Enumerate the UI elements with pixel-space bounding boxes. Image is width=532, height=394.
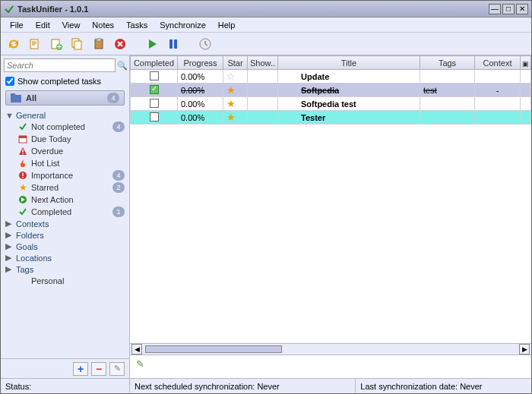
column-title[interactable]: Title <box>278 56 420 70</box>
cell-show <box>248 84 278 97</box>
menu-file[interactable]: File <box>4 19 30 31</box>
sidebar-item-all[interactable]: All 4 <box>5 90 125 106</box>
delete-button[interactable] <box>112 36 128 52</box>
tree-leaf-importance[interactable]: Importance4 <box>1 169 129 181</box>
show-completed-label: Show completed tasks <box>17 77 101 86</box>
tree-leaf-completed[interactable]: Completed1 <box>1 206 129 218</box>
svg-rect-10 <box>174 39 177 49</box>
task-grid: CompletedProgressStarShow..TitleTagsCont… <box>130 55 531 125</box>
tree-node-tags[interactable]: ▶Tags <box>1 263 129 275</box>
completed-checkbox[interactable] <box>150 112 159 121</box>
table-row[interactable]: 0.00%★Softpediatest- <box>131 84 531 97</box>
tree-node-folders[interactable]: ▶Folders <box>1 229 129 241</box>
tree-node-general[interactable]: ▼General <box>1 110 129 121</box>
star-icon: ★ <box>17 182 28 193</box>
scroll-right-icon[interactable]: ▶ <box>519 344 530 355</box>
pencil-icon: ✎ <box>136 358 144 370</box>
cell-context: - <box>475 84 521 97</box>
tree-node-contexts[interactable]: ▶Contexts <box>1 218 129 229</box>
tree-node-locations[interactable]: ▶Locations <box>1 252 129 263</box>
scroll-left-icon[interactable]: ◀ <box>131 344 142 355</box>
menu-notes[interactable]: Notes <box>86 19 120 31</box>
tree-leaf-overdue[interactable]: Overdue <box>1 145 129 157</box>
cell-title: Tester <box>278 111 420 125</box>
svg-rect-9 <box>169 39 173 49</box>
cell-title: Softpedia <box>278 84 420 97</box>
completed-checkbox[interactable] <box>150 71 159 80</box>
expand-icon: ▶ <box>5 253 13 263</box>
flame-icon <box>17 158 28 169</box>
schedule-button[interactable] <box>197 36 214 52</box>
minimize-button[interactable]: — <box>489 4 501 14</box>
tree-leaf-starred[interactable]: ★Starred2 <box>1 181 129 194</box>
expand-icon: ▶ <box>5 219 13 229</box>
column-star[interactable]: Star <box>223 56 248 70</box>
new-note-button[interactable] <box>27 36 43 52</box>
search-input[interactable] <box>4 58 116 72</box>
toolbar: + <box>1 33 531 55</box>
cell-star[interactable]: ☆ <box>223 70 248 84</box>
cell-show <box>248 70 278 84</box>
add-button[interactable]: + <box>73 362 88 376</box>
count-badge: 1 <box>112 206 125 217</box>
check-green-icon <box>17 121 28 132</box>
menu-tasks[interactable]: Tasks <box>120 19 154 31</box>
column-scroll-spacer: ▣ <box>521 56 531 70</box>
expand-icon: ▼ <box>5 111 13 120</box>
tree-leaf-personal[interactable]: Personal <box>1 275 129 287</box>
duplicate-button[interactable] <box>69 36 86 52</box>
show-completed-row[interactable]: Show completed tasks <box>1 75 129 87</box>
play-button[interactable] <box>144 36 160 52</box>
cell-star[interactable]: ★ <box>223 97 248 111</box>
cell-end <box>521 97 531 111</box>
expand-icon: ▶ <box>5 264 13 274</box>
close-button[interactable]: ✕ <box>516 4 528 14</box>
column-tags[interactable]: Tags <box>420 56 475 70</box>
menubar: FileEditViewNotesTasksSynchronizeHelp <box>1 17 531 33</box>
svg-rect-13 <box>11 93 15 96</box>
cell-tags <box>420 70 475 84</box>
tree-leaf-not-completed[interactable]: Not completed4 <box>1 121 129 133</box>
menu-view[interactable]: View <box>56 19 87 31</box>
cell-star[interactable]: ★ <box>223 84 248 97</box>
svg-rect-5 <box>74 41 81 49</box>
edit-button[interactable]: ✎ <box>109 362 125 376</box>
tree-leaf-next-action[interactable]: Next Action <box>1 194 129 206</box>
all-label: All <box>26 93 103 102</box>
maximize-button[interactable]: □ <box>502 4 515 14</box>
search-icon[interactable]: 🔍 <box>117 59 128 71</box>
tree-node-goals[interactable]: ▶Goals <box>1 241 129 252</box>
column-progress[interactable]: Progress <box>178 56 223 70</box>
cell-star[interactable]: ★ <box>223 111 248 125</box>
completed-checkbox[interactable] <box>150 99 159 108</box>
window-title: TaskUnifier - 1.0.1 <box>17 5 487 14</box>
column-show[interactable]: Show.. <box>248 56 278 70</box>
show-completed-checkbox[interactable] <box>5 77 14 86</box>
table-row[interactable]: 0.00%★Softpedia test <box>131 97 531 111</box>
task-grid-wrap[interactable]: CompletedProgressStarShow..TitleTagsCont… <box>130 55 531 343</box>
column-completed[interactable]: Completed <box>131 56 178 70</box>
statusbar: Status: Next scheduled synchronization: … <box>1 378 531 393</box>
column-context[interactable]: Context <box>475 56 521 70</box>
tree-leaf-due-today[interactable]: Due Today <box>1 133 129 145</box>
table-row[interactable]: 0.00%★Tester <box>131 111 531 125</box>
menu-synchronize[interactable]: Synchronize <box>154 19 212 31</box>
paste-button[interactable] <box>90 36 107 52</box>
status-left: Status: <box>1 379 130 393</box>
completed-checkbox[interactable] <box>150 85 159 94</box>
pause-button[interactable] <box>165 36 182 52</box>
cell-end <box>521 111 531 125</box>
tree-leaf-hot-list[interactable]: Hot List <box>1 157 129 169</box>
svg-rect-7 <box>97 39 101 41</box>
horizontal-scrollbar[interactable]: ◀ ▶ <box>130 343 531 355</box>
check-green-icon <box>17 206 28 217</box>
scroll-thumb[interactable] <box>145 345 282 353</box>
count-badge: 4 <box>112 121 125 132</box>
cell-progress: 0.00% <box>178 111 223 125</box>
sync-button[interactable] <box>5 36 22 52</box>
menu-edit[interactable]: Edit <box>30 19 56 31</box>
remove-button[interactable]: − <box>91 362 106 376</box>
table-row[interactable]: 0.00%☆Update <box>131 70 531 84</box>
new-task-button[interactable]: + <box>48 36 65 52</box>
menu-help[interactable]: Help <box>212 19 242 31</box>
